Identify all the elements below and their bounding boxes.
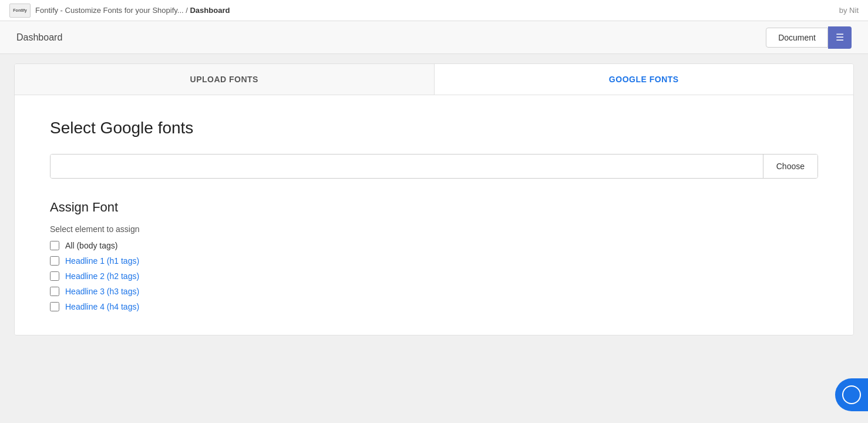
checkbox-all-body[interactable] [50,241,59,250]
checkbox-label-all-body[interactable]: All (body tags) [65,241,117,250]
font-search-input[interactable] [51,155,763,178]
document-button[interactable]: Document [766,28,828,48]
list-item: Headline 1 (h1 tags) [50,256,818,266]
assign-font-title: Assign Font [50,200,818,215]
list-item: All (body tags) [50,241,818,250]
choose-button[interactable]: Choose [763,155,817,178]
tabs-row: UPLOAD FONTS GOOGLE FONTS [15,64,853,95]
checkbox-h4[interactable] [50,302,59,311]
checkbox-label-h2[interactable]: Headline 2 (h2 tags) [65,271,139,281]
checkbox-label-h1[interactable]: Headline 1 (h1 tags) [65,256,139,266]
header-actions: Document ☰ [766,26,852,49]
main-content: UPLOAD FONTS GOOGLE FONTS Select Google … [0,54,868,345]
tab-google-fonts[interactable]: GOOGLE FONTS [435,64,854,95]
list-item: Headline 3 (h3 tags) [50,287,818,296]
chat-button[interactable] [835,378,868,411]
font-search-row: Choose [50,154,818,179]
content-panel: Select Google fonts Choose Assign Font S… [15,95,853,335]
more-options-button[interactable]: ☰ [828,26,852,49]
checkbox-h3[interactable] [50,287,59,296]
checkbox-label-h4[interactable]: Headline 4 (h4 tags) [65,302,139,311]
tab-upload-fonts[interactable]: UPLOAD FONTS [15,64,435,95]
list-item: Headline 2 (h2 tags) [50,271,818,281]
breadcrumb: Fontify - Customize Fonts for your Shopi… [35,6,230,15]
author-label: by Nit [839,6,859,15]
select-element-label: Select element to assign [50,224,818,234]
checkbox-h1[interactable] [50,256,59,266]
tab-container: UPLOAD FONTS GOOGLE FONTS Select Google … [14,63,854,335]
chat-icon [842,385,861,404]
checkbox-label-h3[interactable]: Headline 3 (h3 tags) [65,287,139,296]
breadcrumb-area: Fontify Fontify - Customize Fonts for yo… [9,4,230,18]
section-title: Select Google fonts [50,119,818,137]
top-bar: Fontify Fontify - Customize Fonts for yo… [0,0,868,21]
page-title: Dashboard [16,32,62,43]
checkbox-h2[interactable] [50,271,59,281]
checkbox-list: All (body tags) Headline 1 (h1 tags) Hea… [50,241,818,311]
list-item: Headline 4 (h4 tags) [50,302,818,311]
header-nav: Dashboard Document ☰ [0,21,868,54]
logo: Fontify [9,4,31,18]
more-options-icon: ☰ [836,32,844,43]
